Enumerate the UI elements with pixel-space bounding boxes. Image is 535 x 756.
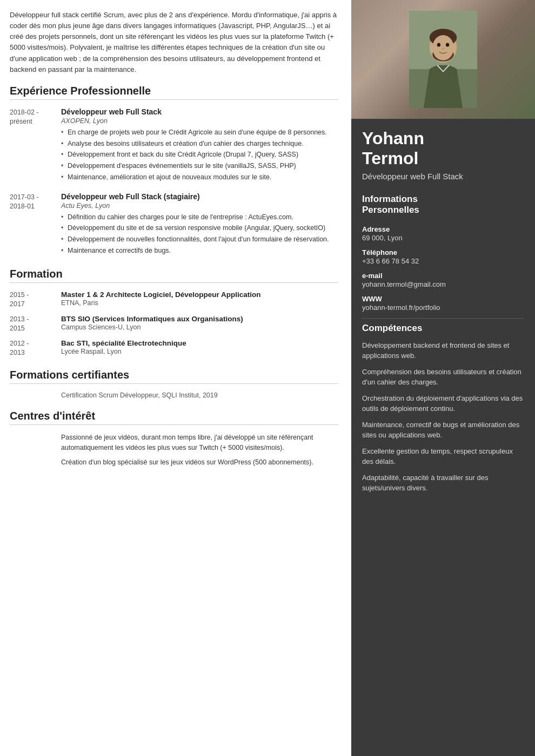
email-label: e-mail (351, 271, 535, 280)
sidebar-divider (362, 318, 524, 319)
form-title-2: BTS SIO (Services Informatiques aux Orga… (61, 315, 338, 323)
form-body-2: BTS SIO (Services Informatiques aux Orga… (61, 315, 338, 334)
form-title-3: Bac STI, spécialité Electrotechnique (61, 339, 338, 347)
formation-item-2: 2013 - 2015 BTS SIO (Services Informatiq… (10, 315, 338, 334)
form-date-2: 2013 - 2015 (10, 315, 61, 334)
sidebar-subtitle: Développeur web Full Stack (351, 171, 535, 192)
svg-point-6 (437, 43, 440, 46)
exp-body-2: Développeur web Full Stack (stagiaire) A… (61, 192, 338, 257)
address-label: Adresse (351, 224, 535, 234)
exp-bullet-1-4: Développement d'espaces événementiels su… (61, 161, 338, 171)
competences-section: Compétences Développement backend et fro… (351, 323, 535, 498)
exp-bullet-2-2: Développement du site et de sa version r… (61, 223, 338, 233)
address-value: 69 000, Lyon (351, 234, 535, 244)
main-content: Développeur full stack certifié Scrum, a… (0, 0, 351, 756)
svg-point-8 (442, 48, 444, 50)
exp-company-2: Actu Eyes, Lyon (61, 202, 338, 210)
competence-6: Adaptabilité, capacité à travailler sur … (351, 471, 535, 498)
exp-bullet-1-5: Maintenance, amélioration et ajout de no… (61, 172, 338, 183)
exp-bullets-2: Définition du cahier des charges pour le… (61, 212, 338, 256)
exp-title-1: Développeur web Full Stack (61, 107, 338, 116)
form-date-3: 2012 - 2013 (10, 339, 61, 358)
formation-item-3: 2012 - 2013 Bac STI, spécialité Electrot… (10, 339, 338, 358)
sidebar: Yohann Termol Développeur web Full Stack… (351, 0, 535, 756)
formations-certifiantes-section: Formations certifiantes Certification Sc… (10, 369, 338, 399)
phone-value: +33 6 66 78 54 32 (351, 257, 535, 267)
exp-bullet-1-2: Analyse des besoins utilisateurs et créa… (61, 139, 338, 149)
competence-1: Développement backend et frontend de sit… (351, 339, 535, 366)
interet-text-1: Passionné de jeux vidéos, durant mon tem… (10, 433, 338, 454)
exp-body-1: Développeur web Full Stack AXOPEN, Lyon … (61, 107, 338, 184)
profile-photo (351, 0, 535, 119)
sidebar-name: Yohann Termol (351, 119, 535, 171)
last-name: Termol (362, 148, 418, 168)
first-name: Yohann (362, 129, 424, 148)
centres-title: Centres d'intérêt (10, 410, 338, 425)
exp-title-2: Développeur web Full Stack (stagiaire) (61, 192, 338, 201)
form-school-2: Campus Sciences-U, Lyon (61, 323, 338, 331)
form-title-1: Master 1 & 2 Architecte Logiciel, Dévelo… (61, 291, 338, 299)
experience-item-2: 2017-03 - 2018-01 Développeur web Full S… (10, 192, 338, 257)
person-illustration (405, 11, 481, 108)
www-value: yohann-termol.fr/portfolio (351, 303, 535, 314)
experience-title: Expérience Professionnelle (10, 85, 338, 100)
svg-point-7 (446, 43, 449, 46)
exp-bullets-1: En charge de projets web pour le Crédit … (61, 127, 338, 183)
form-school-3: Lycée Raspail, Lyon (61, 348, 338, 355)
exp-bullet-1-1: En charge de projets web pour le Crédit … (61, 127, 338, 138)
email-value: yohann.termol@gmail.com (351, 280, 535, 291)
centres-section: Centres d'intérêt Passionné de jeux vidé… (10, 410, 338, 468)
form-date-1: 2015 - 2017 (10, 291, 61, 309)
interet-text-2: Création d'un blog spécialisé sur les je… (10, 457, 338, 468)
form-school-1: ETNA, Paris (61, 299, 338, 307)
competence-5: Excellente gestion du temps, respect scr… (351, 445, 535, 471)
competence-3: Orchestration du déploiement d'applicati… (351, 392, 535, 418)
formation-section: Formation 2015 - 2017 Master 1 & 2 Archi… (10, 268, 338, 358)
competence-2: Compréhension des besoins utilisateurs e… (351, 366, 535, 392)
exp-bullet-2-3: Développement de nouvelles fonctionnalit… (61, 234, 338, 245)
exp-bullet-1-3: Développement front et back du site Créd… (61, 150, 338, 160)
formations-certifiantes-title: Formations certifiantes (10, 369, 338, 384)
intro-paragraph: Développeur full stack certifié Scrum, a… (10, 10, 338, 75)
experience-section: Expérience Professionnelle 2018-02 - pré… (10, 85, 338, 257)
exp-bullet-2-1: Définition du cahier des charges pour le… (61, 212, 338, 222)
info-section: InformationsPersonnelles Adresse 69 000,… (351, 194, 535, 314)
exp-company-1: AXOPEN, Lyon (61, 117, 338, 125)
formation-title: Formation (10, 268, 338, 283)
experience-item-1: 2018-02 - présent Développeur web Full S… (10, 107, 338, 184)
phone-label: Téléphone (351, 247, 535, 257)
exp-bullet-2-4: Maintenance et correctifs de bugs. (61, 246, 338, 256)
exp-date-2: 2017-03 - 2018-01 (10, 192, 61, 257)
info-section-title: InformationsPersonnelles (351, 194, 535, 221)
competence-4: Maintenance, correctif de bugs et amélio… (351, 418, 535, 445)
form-body-1: Master 1 & 2 Architecte Logiciel, Dévelo… (61, 291, 338, 309)
competences-title: Compétences (351, 323, 535, 339)
exp-date-1: 2018-02 - présent (10, 107, 61, 184)
form-body-3: Bac STI, spécialité Electrotechnique Lyc… (61, 339, 338, 358)
www-label: WWW (351, 294, 535, 303)
formation-item-1: 2015 - 2017 Master 1 & 2 Architecte Logi… (10, 291, 338, 309)
cert-text: Certification Scrum Développeur, SQLI In… (10, 392, 338, 399)
